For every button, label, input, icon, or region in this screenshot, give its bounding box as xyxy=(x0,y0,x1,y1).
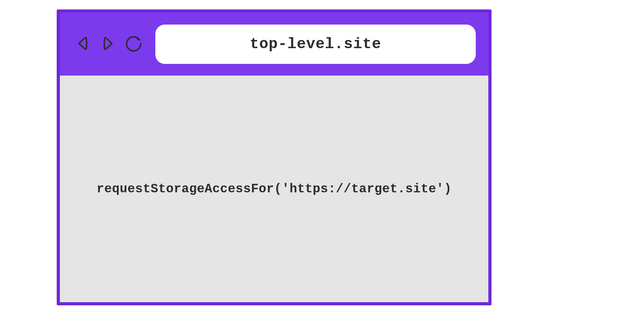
forward-icon xyxy=(100,35,117,54)
browser-content: requestStorageAccessFor('https://target.… xyxy=(60,76,488,302)
address-bar[interactable]: top-level.site xyxy=(155,25,476,64)
code-snippet: requestStorageAccessFor('https://target.… xyxy=(96,182,451,196)
browser-window: top-level.site requestStorageAccessFor('… xyxy=(57,9,492,305)
browser-toolbar: top-level.site xyxy=(60,13,488,76)
reload-icon xyxy=(125,35,143,54)
reload-button[interactable] xyxy=(124,34,144,54)
forward-button[interactable] xyxy=(98,34,118,54)
nav-buttons-group xyxy=(72,34,144,54)
back-button[interactable] xyxy=(72,34,93,54)
address-text: top-level.site xyxy=(250,36,381,53)
back-icon xyxy=(74,35,91,54)
